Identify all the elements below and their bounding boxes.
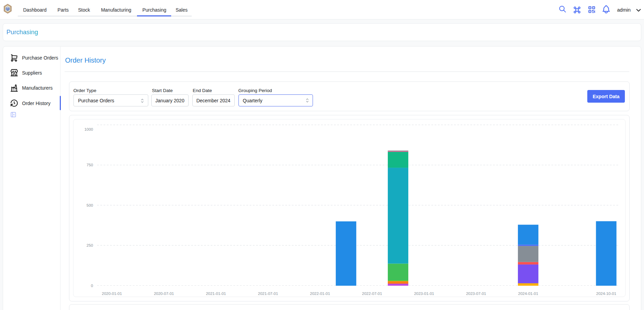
svg-text:2022-01-01: 2022-01-01 xyxy=(310,292,330,296)
svg-text:2024-10-01: 2024-10-01 xyxy=(596,292,616,296)
svg-text:0: 0 xyxy=(91,284,93,288)
svg-text:250: 250 xyxy=(86,243,93,247)
svg-text:2020-01-01: 2020-01-01 xyxy=(102,292,122,296)
svg-text:2021-01-01: 2021-01-01 xyxy=(206,292,226,296)
svg-text:1000: 1000 xyxy=(84,127,93,131)
svg-text:2023-07-01: 2023-07-01 xyxy=(466,292,486,296)
svg-text:2021-07-01: 2021-07-01 xyxy=(258,292,278,296)
svg-text:2022-07-01: 2022-07-01 xyxy=(362,292,382,296)
svg-text:2020-07-01: 2020-07-01 xyxy=(154,292,174,296)
svg-text:500: 500 xyxy=(86,203,93,207)
svg-text:2023-01-01: 2023-01-01 xyxy=(414,292,434,296)
svg-text:2024-01-01: 2024-01-01 xyxy=(518,292,538,296)
svg-text:750: 750 xyxy=(86,163,93,167)
